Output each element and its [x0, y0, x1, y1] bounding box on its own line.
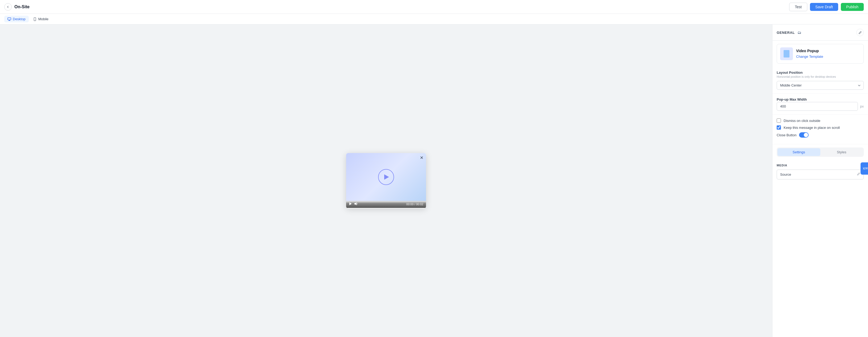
close-button-label: Close Button: [777, 133, 796, 137]
popup-max-width-row: px: [777, 102, 864, 111]
right-panel: GENERAL 🗂 Video Popup Change Template La…: [772, 25, 868, 337]
play-triangle-icon: [384, 174, 389, 180]
tab-desktop[interactable]: Desktop: [4, 16, 29, 22]
change-template-button[interactable]: Change Template: [796, 55, 823, 59]
tab-mobile[interactable]: Mobile: [30, 16, 52, 22]
widget-card: Video Popup Change Template: [777, 44, 864, 64]
general-edit-button[interactable]: [856, 29, 864, 36]
svg-point-2: [35, 20, 35, 20]
save-draft-button[interactable]: Save Draft: [810, 3, 838, 11]
layout-position-label: Layout Position: [777, 70, 864, 74]
layout-position-sublabel: Horizontal position is only for desktop …: [777, 75, 864, 78]
folder-icon: 🗂: [798, 30, 801, 35]
svg-marker-3: [349, 202, 352, 205]
general-left: GENERAL 🗂: [777, 30, 801, 35]
play-pause-button[interactable]: [349, 202, 352, 206]
popup-max-width-label: Pop-up Max Width: [777, 97, 864, 101]
media-label: MEDIA: [777, 164, 864, 167]
test-button[interactable]: Test: [789, 3, 807, 11]
main-layout: ✕ 00:00 / 00:02: [0, 25, 868, 337]
feedback-button[interactable]: Feedback: [861, 162, 868, 175]
tab-desktop-label: Desktop: [13, 17, 26, 21]
topbar: On-Site Test Save Draft Publish: [0, 0, 868, 14]
close-button-row: Close Button: [777, 132, 864, 137]
dismiss-on-click-label: Dismiss on click outside: [784, 119, 820, 123]
publish-button[interactable]: Publish: [841, 3, 864, 11]
mute-button[interactable]: [354, 202, 358, 206]
keep-in-place-label: Keep this message in place on scroll: [784, 126, 840, 130]
options-section: Dismiss on click outside Keep this messa…: [772, 115, 868, 144]
topbar-right: Test Save Draft Publish: [789, 3, 864, 11]
widget-thumbnail: [780, 48, 793, 60]
popup-close-button[interactable]: ✕: [420, 155, 423, 160]
media-section: MEDIA Source: [772, 160, 868, 183]
time-display: 00:00 / 00:02: [406, 203, 423, 206]
tab-settings[interactable]: Settings: [777, 148, 820, 156]
close-button-toggle[interactable]: [799, 132, 809, 137]
unit-label: px: [860, 104, 864, 108]
popup-max-width-input[interactable]: [777, 102, 858, 111]
play-button-circle[interactable]: [378, 169, 394, 185]
back-button[interactable]: [4, 3, 12, 11]
source-row: Source: [777, 170, 864, 179]
app-title: On-Site: [14, 4, 30, 9]
video-player: [346, 153, 426, 201]
dismiss-on-click-checkbox[interactable]: [777, 119, 781, 123]
tab-mobile-label: Mobile: [38, 17, 49, 21]
dismiss-on-click-row: Dismiss on click outside: [777, 119, 864, 123]
video-popup: ✕ 00:00 / 00:02: [346, 153, 426, 208]
svg-rect-0: [8, 18, 11, 20]
tab-styles[interactable]: Styles: [820, 148, 863, 156]
popup-max-width-section: Pop-up Max Width px: [772, 94, 868, 115]
video-controls: 00:00 / 00:02: [346, 201, 426, 208]
sub-tabs: Settings Styles: [777, 148, 864, 157]
source-edit-icon[interactable]: [857, 172, 860, 177]
mobile-icon: [33, 17, 37, 21]
source-label: Source: [780, 173, 791, 177]
svg-marker-4: [354, 202, 356, 205]
widget-thumb-inner: [784, 50, 789, 58]
canvas-area: ✕ 00:00 / 00:02: [0, 25, 772, 337]
keep-in-place-row: Keep this message in place on scroll: [777, 125, 864, 130]
topbar-left: On-Site: [4, 3, 30, 11]
general-title: GENERAL: [777, 31, 795, 35]
widget-info: Video Popup Change Template: [796, 49, 823, 59]
toggle-thumb: [804, 133, 808, 137]
layout-position-section: Layout Position Horizontal position is o…: [772, 67, 868, 94]
general-section: GENERAL 🗂: [772, 25, 868, 41]
keep-in-place-checkbox[interactable]: [777, 125, 781, 130]
device-tabs: Desktop Mobile: [0, 14, 868, 25]
desktop-icon: [7, 17, 11, 21]
layout-position-select[interactable]: Middle Center Top Left Top Center Top Ri…: [777, 81, 864, 90]
widget-name: Video Popup: [796, 49, 823, 53]
